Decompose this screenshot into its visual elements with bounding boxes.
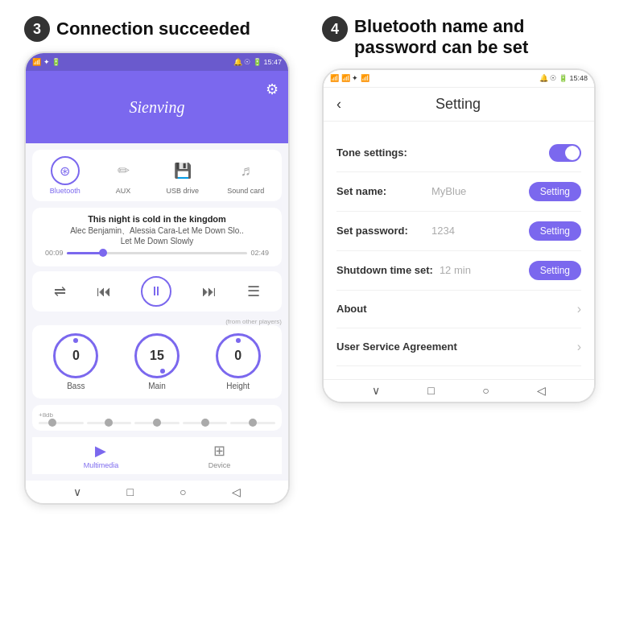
height-dial-circle: 0 bbox=[216, 333, 261, 378]
progress-total: 02:49 bbox=[250, 249, 269, 257]
settings-home-square[interactable]: □ bbox=[427, 384, 434, 397]
home-square[interactable]: □ bbox=[127, 485, 134, 498]
home-chevron[interactable]: ∨ bbox=[73, 485, 81, 498]
user-agreement-label: User Service Agreement bbox=[336, 341, 577, 353]
bluetooth-icon: ⊛ bbox=[51, 156, 80, 185]
about-arrow-icon: › bbox=[577, 302, 581, 316]
eq-track-2[interactable] bbox=[87, 422, 132, 424]
prev-button[interactable]: ⏮ bbox=[97, 283, 111, 300]
bottom-nav: ▶ Multimedia ⊞ Device bbox=[32, 437, 282, 474]
height-dial[interactable]: 0 Height bbox=[216, 333, 261, 390]
left-section-title: 3 Connection succeeded bbox=[24, 16, 250, 42]
settings-phone-home-bar: ∨ □ ○ ◁ bbox=[324, 379, 594, 402]
back-button[interactable]: ‹ bbox=[336, 96, 341, 113]
main-dial[interactable]: 15 Main bbox=[134, 333, 180, 390]
page-container: 3 Connection succeeded 📶 ✦ 🔋 🔔 ☉ 🔋 15:47… bbox=[0, 0, 644, 644]
eq-dials: 0 Bass 15 Main 0 bbox=[32, 325, 282, 398]
multimedia-tab[interactable]: ▶ Multimedia bbox=[84, 442, 119, 469]
nav-aux[interactable]: ✏ AUX bbox=[109, 156, 138, 195]
bass-dial[interactable]: 0 Bass bbox=[53, 333, 98, 390]
device-icon: ⊞ bbox=[213, 442, 225, 460]
nav-bluetooth[interactable]: ⊛ Bluetooth bbox=[50, 156, 80, 195]
home-circle[interactable]: ○ bbox=[180, 485, 186, 498]
left-status-left: 📶 ✦ 🔋 bbox=[32, 58, 60, 66]
device-label: Device bbox=[208, 461, 231, 469]
next-button[interactable]: ⏭ bbox=[202, 283, 217, 300]
phone-header: Sienving ⚙ bbox=[26, 71, 288, 143]
settings-home-back[interactable]: ◁ bbox=[537, 384, 546, 397]
user-agreement-row[interactable]: User Service Agreement › bbox=[336, 328, 581, 366]
nav-aux-label: AUX bbox=[116, 187, 131, 195]
shutdown-time-value: 12 min bbox=[440, 264, 522, 276]
usb-icon: 💾 bbox=[168, 156, 197, 185]
user-agreement-arrow-icon: › bbox=[577, 340, 581, 354]
eq-track-4[interactable] bbox=[183, 422, 228, 424]
progress-current: 00:09 bbox=[45, 249, 64, 257]
main-dial-dot bbox=[160, 369, 165, 374]
set-password-row: Set password: 1234 Setting bbox=[336, 212, 581, 251]
nav-soundcard-label: Sound card bbox=[227, 187, 264, 195]
right-panel: 4 Bluetooth name andpassword can be set … bbox=[322, 16, 620, 403]
left-status-bar: 📶 ✦ 🔋 🔔 ☉ 🔋 15:47 bbox=[26, 53, 288, 71]
settings-status-right: 🔔 ☉ 🔋 15:48 bbox=[539, 74, 588, 82]
eq-bars: +8db bbox=[32, 405, 282, 431]
height-value: 0 bbox=[234, 349, 242, 363]
bass-value: 0 bbox=[72, 349, 80, 363]
brand-name: Sienving bbox=[130, 98, 185, 117]
eq-thumb-2 bbox=[105, 419, 113, 427]
left-status-right: 🔔 ☉ 🔋 15:47 bbox=[233, 58, 282, 66]
step-3-badge: 3 bbox=[24, 16, 50, 42]
shuffle-button[interactable]: ⇌ bbox=[54, 283, 66, 300]
from-other-label: (from other players) bbox=[32, 318, 282, 325]
multimedia-label: Multimedia bbox=[84, 461, 119, 469]
progress-bar[interactable] bbox=[67, 252, 248, 254]
phone-home-bar: ∨ □ ○ ◁ bbox=[26, 481, 288, 503]
song-title: This night is cold in the kingdom bbox=[39, 214, 275, 224]
settings-home-circle[interactable]: ○ bbox=[482, 384, 489, 397]
eq-bar-row bbox=[39, 422, 275, 424]
nav-icons-row: ⊛ Bluetooth ✏ AUX 💾 USB drive ♬ Sound ca… bbox=[32, 150, 282, 201]
nav-usb[interactable]: 💾 USB drive bbox=[166, 156, 199, 195]
bass-label: Bass bbox=[67, 382, 85, 390]
right-title: Bluetooth name andpassword can be set bbox=[354, 16, 528, 59]
set-password-button[interactable]: Setting bbox=[529, 221, 581, 241]
set-name-row: Set name: MyBlue Setting bbox=[336, 172, 581, 212]
nav-soundcard[interactable]: ♬ Sound card bbox=[227, 156, 264, 195]
about-label: About bbox=[336, 303, 577, 315]
settings-home-chevron[interactable]: ∨ bbox=[372, 384, 380, 397]
multimedia-icon: ▶ bbox=[95, 442, 106, 460]
shutdown-time-button[interactable]: Setting bbox=[529, 261, 581, 280]
settings-status-bar: 📶 📶 ✦ 📶 🔔 ☉ 🔋 15:48 bbox=[324, 70, 594, 88]
toggle-knob bbox=[565, 146, 580, 160]
eq-thumb-1 bbox=[48, 419, 56, 427]
playlist-button[interactable]: ☰ bbox=[247, 283, 260, 300]
eq-track-1[interactable] bbox=[39, 422, 84, 424]
shutdown-time-label: Shutdown time set: bbox=[336, 264, 433, 276]
song-artist: Alec Benjamin、Alessia Cara-Let Me Down S… bbox=[39, 225, 275, 237]
settings-page-title: Setting bbox=[351, 96, 581, 113]
eq-track-3[interactable] bbox=[134, 422, 180, 424]
bass-dial-circle: 0 bbox=[53, 333, 98, 378]
settings-icon[interactable]: ⚙ bbox=[266, 80, 279, 98]
left-panel: 3 Connection succeeded 📶 ✦ 🔋 🔔 ☉ 🔋 15:47… bbox=[24, 16, 314, 505]
set-name-value: MyBlue bbox=[431, 185, 522, 197]
eq-thumb-4 bbox=[201, 419, 209, 427]
device-tab[interactable]: ⊞ Device bbox=[208, 442, 231, 469]
step-4-badge: 4 bbox=[322, 16, 348, 42]
song-info: This night is cold in the kingdom Alec B… bbox=[32, 208, 282, 266]
eq-track-5[interactable] bbox=[230, 422, 275, 424]
tone-toggle[interactable] bbox=[549, 144, 581, 162]
height-label: Height bbox=[226, 382, 250, 390]
left-title: Connection succeeded bbox=[56, 19, 250, 39]
home-back[interactable]: ◁ bbox=[232, 485, 241, 498]
play-pause-button[interactable]: ⏸ bbox=[141, 276, 171, 307]
nav-bluetooth-label: Bluetooth bbox=[50, 187, 80, 195]
progress-fill bbox=[67, 252, 103, 254]
height-dial-dot bbox=[236, 338, 241, 343]
phone-body: ⊛ Bluetooth ✏ AUX 💾 USB drive ♬ Sound ca… bbox=[26, 143, 288, 481]
right-section-title: 4 Bluetooth name andpassword can be set bbox=[322, 16, 528, 59]
set-name-button[interactable]: Setting bbox=[529, 182, 581, 201]
about-row[interactable]: About › bbox=[336, 291, 581, 328]
tone-settings-label: Tone settings: bbox=[336, 147, 425, 159]
settings-header: ‹ Setting bbox=[324, 88, 594, 122]
